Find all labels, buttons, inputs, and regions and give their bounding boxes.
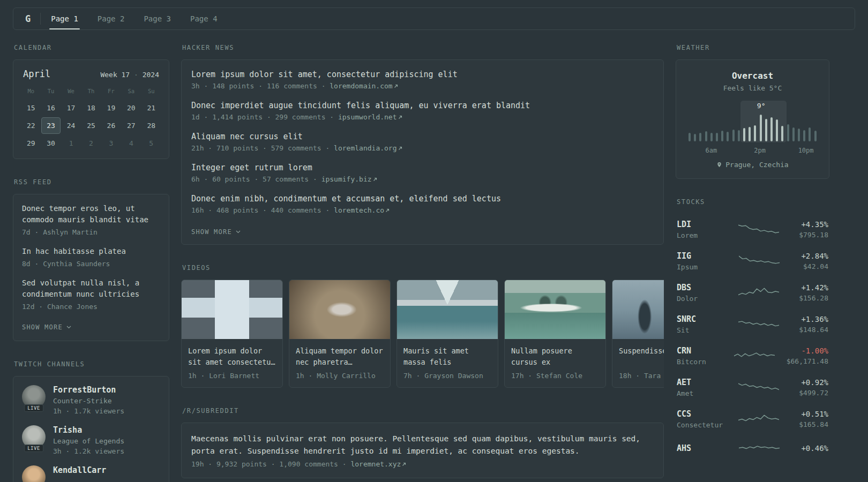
calendar-day: 20	[122, 100, 140, 116]
subreddit-post-title[interactable]: Maecenas mollis pulvinar erat non posuer…	[191, 433, 654, 457]
video-title[interactable]: Mauris sit amet massa felis	[403, 345, 491, 368]
calendar-day: 24	[62, 117, 80, 134]
calendar-day-header: Th	[81, 85, 101, 99]
weather-hour-bar	[760, 115, 762, 141]
app-logo[interactable]: G	[22, 13, 34, 24]
calendar-day: 26	[102, 117, 121, 134]
avatar: LIVE	[22, 425, 46, 449]
video-title[interactable]: Aliquam tempor dolor nec pharetra…	[296, 345, 384, 368]
stock-change: +0.51%	[799, 410, 828, 418]
twitch-channel[interactable]: LIVE Trisha League of Legends 3h · 1.2k …	[22, 425, 160, 455]
hackernews-item-title[interactable]: Integer eget rutrum lorem	[191, 163, 654, 172]
hackernews-item-title[interactable]: Aliquam nec cursus elit	[191, 132, 654, 141]
hackernews-item-title[interactable]: Lorem ipsum dolor sit amet, consectetur …	[191, 70, 654, 79]
calendar-day: 2	[81, 135, 100, 152]
stock-sparkline	[738, 317, 779, 332]
rss-item-title[interactable]: Donec tempor eros leo, ut commodo mauris…	[22, 203, 160, 225]
subreddit-post-domain: loremnet.xyz	[350, 460, 401, 468]
subreddit-post-meta-text: 19h · 9,932 points · 1,090 comments ·	[191, 460, 350, 468]
twitch-header: TWITCH CHANNELS	[14, 360, 169, 368]
hackernews-item-domain-link[interactable]: ipsumify.biz	[321, 175, 377, 183]
stock-price: $42.04	[801, 262, 828, 270]
video-meta: 1h · Molly Carrillo	[296, 372, 384, 380]
video-title[interactable]: Lorem ipsum dolor sit amet consectetu…	[188, 345, 276, 368]
video-card[interactable]: Nullam posuere cursus ex 17h · Stefan Co…	[504, 280, 606, 388]
stocks-header: STOCKS	[677, 198, 829, 206]
live-badge: LIVE	[24, 445, 43, 452]
external-link-icon	[373, 177, 377, 182]
rss-item-title[interactable]: Sed volutpat nulla nisl, a condimentum n…	[22, 277, 160, 300]
hackernews-item-domain-link[interactable]: loremlandia.org	[334, 144, 402, 152]
hackernews-item-domain-link[interactable]: loremdomain.com	[330, 82, 398, 90]
stock-ticker: LDI	[677, 220, 728, 229]
hackernews-item-title[interactable]: Donec imperdiet augue tincidunt felis al…	[191, 101, 654, 110]
video-title[interactable]: Nullam posuere cursus ex	[511, 345, 599, 368]
show-more-label: SHOW MORE	[191, 228, 232, 236]
subreddit-post-domain-link[interactable]: loremnet.xyz	[350, 460, 406, 468]
video-card[interactable]: Suspendisse diam 18h · Tara	[612, 280, 664, 388]
stock-id: CRN Bitcorn	[677, 346, 728, 366]
videos-header: VIDEOS	[182, 264, 664, 272]
rss-show-more-button[interactable]: SHOW MORE	[22, 322, 71, 332]
video-card[interactable]: Lorem ipsum dolor sit amet consectetu… 1…	[181, 280, 283, 388]
stock-sparkline	[738, 222, 779, 237]
weather-hour-bar	[710, 133, 713, 141]
video-card[interactable]: Aliquam tempor dolor nec pharetra… 1h · …	[289, 280, 391, 388]
hackernews-item: Integer eget rutrum lorem 6h · 60 points…	[191, 163, 654, 183]
hackernews-item: Aliquam nec cursus elit 21h · 710 points…	[191, 132, 654, 152]
tab-page-3[interactable]: Page 3	[141, 8, 174, 29]
tab-page-2[interactable]: Page 2	[95, 8, 128, 29]
calendar-day: 5	[142, 135, 161, 152]
calendar-header: CALENDAR	[14, 44, 169, 51]
tab-page-4[interactable]: Page 4	[188, 8, 220, 29]
twitch-channel[interactable]: LIVE KendallCarr	[22, 465, 160, 482]
tab-page-1[interactable]: Page 1	[48, 8, 81, 29]
rss-item-title[interactable]: In hac habitasse platea	[22, 246, 160, 257]
hackernews-item: Lorem ipsum dolor sit amet, consectetur …	[191, 70, 654, 90]
weather-hour-bar	[814, 131, 817, 141]
rss-header: RSS FEED	[14, 178, 169, 186]
video-card-body: Lorem ipsum dolor sit amet consectetu… 1…	[182, 339, 282, 387]
rss-item-meta: 12d · Chance Jones	[22, 303, 160, 311]
twitch-channel-name[interactable]: KendallCarr	[53, 465, 106, 475]
calendar-day-selected: 23	[41, 117, 60, 134]
stock-name: Ipsum	[677, 263, 728, 271]
video-thumbnail	[505, 280, 605, 339]
video-title[interactable]: Suspendisse diam	[619, 345, 664, 368]
stock-values: -1.00% $66,171.48	[787, 347, 828, 365]
hackernews-item-title[interactable]: Donec enim nibh, condimentum et accumsan…	[191, 194, 654, 204]
hackernews-item-domain-link[interactable]: ipsumworld.net	[338, 113, 402, 121]
video-card-body: Suspendisse diam 18h · Tara	[612, 339, 664, 387]
stock-change: -1.00%	[787, 347, 828, 355]
twitch-channel[interactable]: LIVE ForrestBurton Counter-Strike 1h · 1…	[22, 385, 160, 415]
calendar-day: 25	[81, 117, 100, 134]
calendar-day: 27	[122, 117, 140, 134]
twitch-channel-name[interactable]: Trisha	[53, 425, 124, 435]
twitch-channel-list: LIVE ForrestBurton Counter-Strike 1h · 1…	[22, 385, 160, 482]
subreddit-card: Maecenas mollis pulvinar erat non posuer…	[181, 423, 664, 478]
weather-hour-bar	[754, 125, 756, 141]
stock-change: +0.92%	[799, 378, 828, 387]
weather-hourly-chart: 9°6am2pm10pm	[686, 99, 819, 154]
calendar-week: Week 17 · 2024	[100, 71, 159, 79]
calendar-day-headers: MoTuWeThFrSaSu	[21, 85, 161, 99]
topbar-divider	[40, 13, 41, 25]
stock-name: Amet	[677, 389, 728, 397]
rss-item: Donec tempor eros leo, ut commodo mauris…	[22, 203, 160, 236]
videos-widget: VIDEOS Lorem ipsum dolor sit amet consec…	[181, 264, 664, 388]
weather-hour-bar	[749, 127, 751, 141]
stock-values: +1.36% $148.64	[799, 315, 828, 334]
hackernews-item: Donec imperdiet augue tincidunt felis al…	[191, 101, 654, 121]
stock-ticker: CRN	[677, 346, 728, 356]
video-card[interactable]: Mauris sit amet massa felis 7h · Grayson…	[396, 280, 498, 388]
stock-name: Consectetur	[677, 421, 728, 429]
twitch-channel-name[interactable]: ForrestBurton	[53, 385, 124, 395]
twitch-channel-info: Trisha League of Legends 3h · 1.2k viewe…	[53, 425, 124, 455]
videos-row: Lorem ipsum dolor sit amet consectetu… 1…	[181, 280, 664, 388]
calendar-day: 1	[62, 135, 80, 152]
stock-price: $66,171.48	[787, 357, 828, 365]
stock-values: +4.35% $795.18	[799, 220, 828, 239]
calendar-day: 4	[122, 135, 140, 152]
hackernews-item-domain-link[interactable]: loremtech.co	[334, 206, 390, 214]
hackernews-show-more-button[interactable]: SHOW MORE	[191, 227, 241, 237]
